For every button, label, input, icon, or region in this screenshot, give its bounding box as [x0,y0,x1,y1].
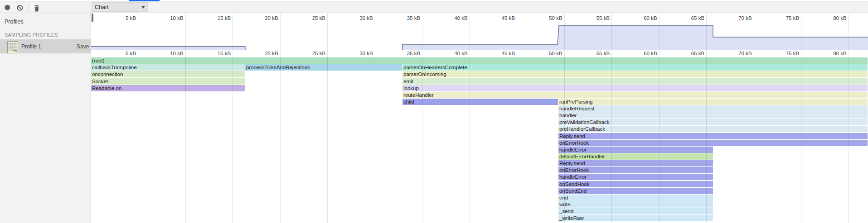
svg-text:%: % [14,48,17,53]
